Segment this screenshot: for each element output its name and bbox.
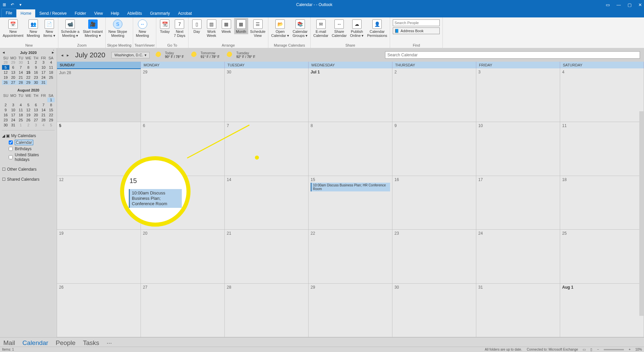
tab-acrobat[interactable]: Acrobat	[174, 9, 196, 17]
week-button[interactable]: ▦Week	[219, 18, 233, 34]
zoom-out-icon[interactable]: −	[597, 348, 599, 351]
nav-people[interactable]: People	[56, 339, 75, 347]
qat-dropdown-icon[interactable]: ▾	[18, 2, 23, 7]
tab-view[interactable]: View	[90, 9, 107, 17]
next7-button[interactable]: 7Next 7 Days	[172, 18, 186, 38]
calendar-cell[interactable]: 21	[225, 230, 309, 283]
mini-day[interactable]: 24	[10, 118, 17, 122]
mini-day[interactable]: 4	[17, 103, 24, 107]
workweek-button[interactable]: ▥Work Week	[205, 18, 219, 38]
mini-day[interactable]: 28	[40, 118, 47, 122]
shared-calendars-header[interactable]: ☐ Shared Calendars	[2, 176, 55, 183]
new-items-button[interactable]: 📄New Items ▾	[42, 18, 57, 38]
calendar-permissions-button[interactable]: 👤Calendar Permissions	[366, 18, 388, 38]
mini-day[interactable]: 1	[17, 123, 24, 127]
collapse-sidebar-icon[interactable]: ‹	[53, 48, 56, 52]
month-button[interactable]: ▦Month	[234, 18, 248, 34]
tab-grammarly[interactable]: Grammarly	[146, 9, 174, 17]
nav-more[interactable]: ···	[107, 339, 112, 347]
zoom-schedule-button[interactable]: 📹Schedule a Meeting ▾	[60, 18, 81, 38]
schedule-view-button[interactable]: ☰Schedule View	[249, 18, 267, 38]
share-calendar-button[interactable]: ↔Share Calendar	[330, 18, 348, 38]
other-calendars-header[interactable]: ☐ Other Calendars	[2, 166, 55, 173]
mini-day[interactable]: 17	[10, 113, 17, 117]
calendar-cell[interactable]: 27	[141, 284, 225, 337]
ribbon-display-icon[interactable]: ▭	[606, 2, 610, 7]
scrollbar[interactable]	[639, 111, 644, 316]
email-calendar-button[interactable]: ✉E-mail Calendar	[312, 18, 330, 38]
mini-day[interactable]: 13	[32, 108, 40, 112]
mini-day[interactable]: 23	[32, 75, 40, 80]
new-appointment-button[interactable]: 📅New Appointment	[1, 18, 25, 38]
mini-day[interactable]: 5	[25, 103, 32, 107]
mini-day[interactable]: 29	[47, 118, 55, 122]
mini-day[interactable]: 3	[40, 60, 47, 65]
calendar-cell[interactable]: 30	[225, 68, 309, 122]
calendar-cell[interactable]: 17	[476, 176, 560, 230]
calendar-cell[interactable]: 10	[476, 122, 560, 176]
nav-calendar[interactable]: Calendar	[22, 339, 48, 347]
skype-meeting-button[interactable]: SNew Skype Meeting	[107, 18, 128, 38]
calendar-cell[interactable]: 18	[560, 176, 644, 230]
mini-day[interactable]: 4	[40, 123, 47, 127]
mini-day[interactable]: 2	[32, 60, 40, 65]
calendar-item-birthdays[interactable]: Birthdays	[2, 146, 55, 152]
tab-help[interactable]: Help	[107, 9, 123, 17]
mini-day[interactable]: 7	[17, 65, 24, 70]
calendar-cell[interactable]: 19	[57, 230, 141, 283]
calendar-cell[interactable]: Jul 1	[309, 68, 392, 122]
today-button[interactable]: 📆Today	[158, 18, 172, 34]
view-normal-icon[interactable]: ▭	[583, 348, 586, 351]
search-calendar-input[interactable]	[385, 51, 640, 59]
tab-home[interactable]: Home	[16, 9, 35, 17]
prev-icon[interactable]: ◂	[61, 53, 63, 58]
calendar-groups-button[interactable]: 📚Calendar Groups ▾	[291, 18, 309, 38]
mini-day[interactable]: 28	[2, 60, 9, 65]
mini-day[interactable]: 2	[2, 103, 9, 107]
mini-day[interactable]: 15	[25, 70, 32, 75]
close-icon[interactable]: ✕	[638, 2, 642, 7]
mini-day[interactable]: 9	[2, 108, 9, 112]
mini-day[interactable]: 24	[40, 75, 47, 80]
mini-day[interactable]: 18	[47, 70, 55, 75]
calendar-cell[interactable]: 29	[141, 68, 225, 122]
calendar-cell[interactable]: 31	[476, 284, 560, 337]
checkbox-holidays[interactable]	[9, 155, 13, 159]
mini-day[interactable]: 19	[25, 113, 32, 117]
calendar-cell[interactable]: 11	[560, 122, 644, 176]
mini-day[interactable]: 21	[40, 113, 47, 117]
tab-folder[interactable]: Folder	[71, 9, 90, 17]
calendar-cell[interactable]: 24	[476, 230, 560, 283]
mini-day[interactable]: 16	[32, 70, 40, 75]
view-reading-icon[interactable]: ▯	[590, 348, 592, 351]
mini-day[interactable]: 8	[25, 65, 32, 70]
nav-tasks[interactable]: Tasks	[83, 339, 99, 347]
mini-day[interactable]: 30	[17, 60, 24, 65]
calendar-cell[interactable]: 1510:00am Discuss Business Plan; HR Conf…	[309, 176, 392, 230]
calendar-cell[interactable]: 9	[392, 122, 476, 176]
prev-month-icon[interactable]: ◂	[3, 50, 5, 55]
calendar-cell[interactable]: 30	[392, 284, 476, 337]
mini-day[interactable]: 23	[2, 118, 9, 122]
mini-day[interactable]: 31	[40, 80, 47, 85]
calendar-cell[interactable]: 3	[476, 68, 560, 122]
calendar-item-calendar[interactable]: Calendar	[2, 139, 55, 146]
next-icon[interactable]: ▸	[67, 53, 69, 58]
calendar-event[interactable]: 10:00am Discuss Business Plan; HR Confer…	[311, 183, 390, 191]
mini-day[interactable]: 16	[2, 113, 9, 117]
minimize-icon[interactable]: —	[616, 2, 621, 7]
mini-day[interactable]: 5	[47, 123, 55, 127]
mini-day[interactable]: 27	[32, 118, 40, 122]
calendar-cell[interactable]: 7	[225, 122, 309, 176]
calendar-cell[interactable]: 23	[392, 230, 476, 283]
mini-day[interactable]: 30	[32, 80, 40, 85]
calendar-cell[interactable]: 25	[560, 230, 644, 283]
mini-day[interactable]: 3	[32, 123, 40, 127]
mini-day[interactable]: 20	[32, 113, 40, 117]
maximize-icon[interactable]: ▢	[628, 2, 632, 7]
mini-day[interactable]: 14	[17, 70, 24, 75]
mini-day[interactable]: 21	[17, 75, 24, 80]
mini-day[interactable]: 13	[10, 70, 17, 75]
mini-day[interactable]: 9	[32, 65, 40, 70]
publish-online-button[interactable]: ☁Publish Online ▾	[349, 18, 365, 38]
